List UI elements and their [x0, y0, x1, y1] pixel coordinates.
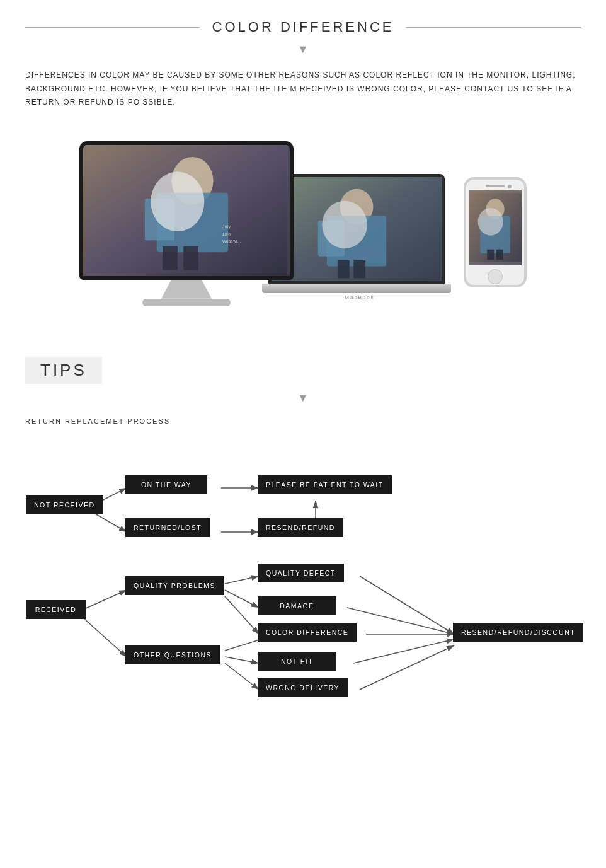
svg-line-34: [225, 576, 259, 584]
svg-line-36: [225, 596, 259, 634]
return-process-label: RETURN REPLACEMET PROCESS: [25, 417, 581, 425]
svg-rect-17: [338, 260, 350, 278]
svg-line-43: [353, 639, 454, 663]
phone-speaker: [486, 185, 505, 187]
wrong-delivery-box: WRONG DELIVERY: [258, 678, 348, 697]
damage-box: DAMAGE: [258, 596, 336, 615]
color-diff-section: COLOR DIFFERENCE ▼ DIFFERENCES IN COLOR …: [0, 0, 606, 344]
tips-title-box: TIPS: [25, 357, 102, 384]
color-diff-header: COLOR DIFFERENCE: [25, 19, 581, 35]
received-box: RECEIVED: [26, 600, 86, 619]
color-diff-title: COLOR DIFFERENCE: [200, 19, 407, 35]
color-difference-box: COLOR DIFFERENCE: [258, 623, 357, 642]
svg-line-41: [347, 608, 454, 634]
monitor-frame: July 10% Wear wi...: [79, 141, 294, 280]
svg-point-16: [322, 200, 367, 248]
svg-rect-18: [353, 260, 365, 278]
svg-rect-6: [183, 246, 198, 270]
svg-text:10%: 10%: [222, 231, 231, 236]
monitor-base: [142, 299, 231, 306]
svg-line-32: [84, 590, 127, 609]
phone-home-button: [488, 269, 503, 284]
on-the-way-box: ON THE WAY: [125, 475, 207, 494]
phone-frame: [464, 177, 527, 287]
svg-line-35: [225, 590, 259, 608]
devices-illustration: July 10% Wear wi...: [25, 129, 581, 332]
svg-line-37: [225, 657, 259, 663]
smartphone: [464, 177, 527, 287]
laptop: MacBook: [268, 174, 451, 300]
flow-diagram: NOT RECEIVED ON THE WAY RETURNED/LOST PL…: [26, 444, 580, 709]
svg-line-38: [225, 663, 259, 690]
svg-line-28: [92, 512, 127, 532]
svg-point-22: [478, 208, 503, 236]
tips-chevron-icon: ▼: [25, 391, 581, 405]
svg-line-44: [360, 645, 454, 690]
svg-rect-5: [163, 246, 178, 270]
monitor-screen: July 10% Wear wi...: [83, 145, 290, 276]
resend-refund-upper-box: RESEND/REFUND: [258, 518, 343, 537]
phone-screen: [469, 190, 522, 265]
tips-header: TIPS: [25, 357, 581, 384]
patient-wait-box: PLEASE BE PATIENT TO WAIT: [258, 475, 392, 494]
quality-problems-box: QUALITY PROBLEMS: [125, 576, 224, 595]
phone-camera: [508, 185, 512, 188]
header-line-right: [406, 27, 581, 28]
laptop-screen-frame: [268, 174, 445, 284]
desktop-monitor: July 10% Wear wi...: [79, 141, 294, 306]
tips-section: TIPS ▼ RETURN REPLACEMET PROCESS: [0, 344, 606, 721]
quality-defect-box: QUALITY DEFECT: [258, 564, 344, 582]
color-diff-description: DIFFERENCES IN COLOR MAY BE CAUSED BY SO…: [25, 69, 581, 110]
laptop-brand-label: MacBook: [268, 294, 451, 300]
svg-text:Wear wi...: Wear wi...: [222, 239, 241, 243]
svg-line-40: [360, 576, 454, 634]
svg-line-33: [84, 619, 127, 657]
svg-rect-23: [487, 249, 494, 259]
header-line-left: [25, 27, 200, 28]
resend-refund-discount-box: RESEND/REFUND/DISCOUNT: [453, 623, 583, 642]
laptop-screen: [272, 177, 442, 281]
not-fit-box: NOT FIT: [258, 652, 336, 671]
svg-point-7: [151, 171, 204, 231]
not-received-box: NOT RECEIVED: [26, 495, 103, 514]
chevron-down-icon: ▼: [25, 43, 581, 56]
svg-text:July: July: [222, 224, 231, 229]
returned-lost-box: RETURNED/LOST: [125, 518, 210, 537]
svg-rect-24: [496, 249, 503, 259]
monitor-stand: [161, 280, 212, 299]
other-questions-box: OTHER QUESTIONS: [125, 645, 220, 664]
